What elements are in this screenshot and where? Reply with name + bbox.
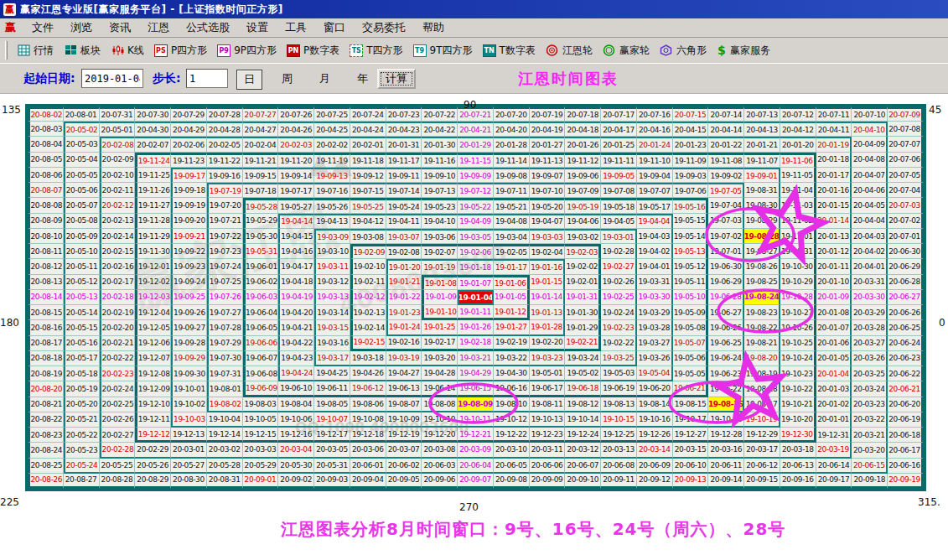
grid-cell: 20-06-07 [565,459,601,474]
grid-cell: 20-02-15 [100,244,136,259]
grid-cell: 19-05-15 [673,214,709,229]
grid-cell: 19-06-04 [243,305,279,320]
grid-cell: 20-05-21 [64,412,100,428]
grid-cell: 20-08-20 [28,381,64,397]
grid-cell: 19-06-16 [494,381,530,397]
grid-cell: 19-07-23 [207,244,243,259]
grid-cell: 19-09-09 [458,168,494,183]
grid-cell: 19-03-10 [314,244,350,259]
toolbar-button-赢家轮[interactable]: 赢家轮 [598,42,655,60]
grid-cell: 20-08-01 [64,106,100,122]
toolbar-button-六角形[interactable]: 六角形 [655,42,712,60]
nine-t-square-icon: T9 [413,44,427,57]
grid-cell: 20-05-26 [135,459,171,474]
grid-cell: 19-08-21 [744,336,780,351]
grid-cell: 20-08-03 [28,122,64,137]
menu-item-浏览[interactable]: 浏览 [63,18,100,37]
menu-item-文件[interactable]: 文件 [24,18,61,37]
grid-cell: 20-08-25 [28,459,64,474]
grid-cell: 20-02-18 [100,290,136,305]
toolbar-button-行情[interactable]: 行情 [12,42,59,60]
menu-item-资讯[interactable]: 资讯 [101,18,138,37]
toolbar-label: K线 [127,44,144,58]
grid-cell: 19-10-11 [458,412,494,428]
grid-cell: 19-03-19 [386,351,422,366]
toolbar-button-K线[interactable]: K线 [106,42,149,60]
grid-cell: 19-01-28 [530,320,566,335]
grid-cell: 19-07-07 [637,183,673,198]
grid-cell: 20-05-03 [64,137,100,152]
grid-cell: 19-06-08 [243,366,279,381]
toolbar-button-P数字表[interactable]: PNP数字表 [282,42,344,60]
grid-cell: 19-12-05 [135,320,171,335]
grid-cell: 20-05-28 [207,459,243,474]
grid-cell: 19-02-15 [350,336,386,351]
grid-cell: 19-03-30 [637,290,673,305]
grid-cell: 20-02-19 [100,305,136,320]
menu-item-工具[interactable]: 工具 [277,18,314,37]
grid-cell: 20-06-21 [888,381,924,397]
grid-cell: 20-03-01 [171,443,207,458]
grid-cell: 20-06-15 [852,459,888,474]
grid-cell: 20-07-24 [350,106,386,122]
grid-cell: 19-11-23 [171,153,207,168]
grid-cell: 19-03-20 [422,351,458,366]
grid-cell: 19-12-21 [458,428,494,443]
toolbar-button-9P四方形[interactable]: P99P四方形 [212,42,282,60]
grid-cell: 20-04-21 [458,122,494,137]
menu-item-交易委托[interactable]: 交易委托 [355,18,413,37]
period-option-日[interactable]: 日 [236,70,262,90]
menu-item-公式选股[interactable]: 公式选股 [179,18,237,37]
grid-cell: 20-08-21 [28,397,64,412]
toolbar-button-9T四方形[interactable]: T99T四方形 [408,42,478,60]
grid-cell: 19-08-07 [386,397,422,412]
toolbar-button-赢家服务[interactable]: $赢家服务 [712,42,775,60]
grid-cell: 19-06-14 [422,381,458,397]
grid-cell: 20-02-12 [100,198,136,213]
grid-cell: 20-02-13 [100,214,136,229]
grid-cell: 20-03-07 [386,443,422,458]
angle-label-0: 0 [939,317,945,329]
grid-cell: 19-05-23 [422,198,458,213]
grid-cell: 19-06-19 [601,381,637,397]
menu-item-窗口[interactable]: 窗口 [316,18,353,37]
start-date-input[interactable] [81,69,143,88]
grid-cell: 19-10-22 [780,381,816,397]
grid-cell: 19-10-19 [744,412,780,428]
grid-cell: 19-07-05 [708,183,744,198]
grid-cell: 20-05-13 [64,290,100,305]
menu-item-江恩[interactable]: 江恩 [140,18,177,37]
period-option-周[interactable]: 周 [275,70,299,88]
menu-item-设置[interactable]: 设置 [239,18,276,37]
toolbar-button-P四方形[interactable]: PSP四方形 [149,42,212,60]
grid-cell: 20-04-10 [852,122,888,137]
grid-cell: 19-06-22 [708,381,744,397]
toolbar-button-T四方形[interactable]: TST四方形 [344,42,407,60]
toolbar-button-板块[interactable]: 板块 [59,42,106,60]
grid-cell: 19-07-13 [422,183,458,198]
grid-cell: 20-03-29 [852,305,888,320]
toolbar-button-T数字表[interactable]: TNT数字表 [478,42,541,60]
step-input[interactable] [186,69,228,88]
grid-cell: 19-11-02 [780,214,816,229]
grid-cell: 20-03-13 [601,443,637,458]
grid-cell: 20-07-26 [278,106,314,122]
grid-cell: 19-05-02 [565,366,601,381]
grid-cell: 20-04-24 [350,122,386,137]
period-option-月[interactable]: 月 [313,70,337,88]
grid-cell: 19-01-14 [530,290,566,305]
period-option-年[interactable]: 年 [350,70,375,88]
grid-cell: 19-03-12 [314,275,350,290]
grid-cell: 20-09-12 [637,474,673,489]
menu-item-帮助[interactable]: 帮助 [415,18,452,37]
grid-cell: 19-05-18 [601,198,637,213]
grid-cell: 20-04-27 [243,122,279,137]
grid-cell: 19-07-28 [207,320,243,335]
toolbar-button-江恩轮[interactable]: 江恩轮 [541,42,598,60]
grid-cell: 20-01-04 [816,366,852,381]
grid-cell: 20-02-28 [100,443,136,458]
calculate-button[interactable]: 计算 [377,69,416,89]
grid-cell: 19-08-02 [207,397,243,412]
grid-cell: 19-10-01 [171,381,207,397]
grid-cell: 20-06-13 [780,459,816,474]
